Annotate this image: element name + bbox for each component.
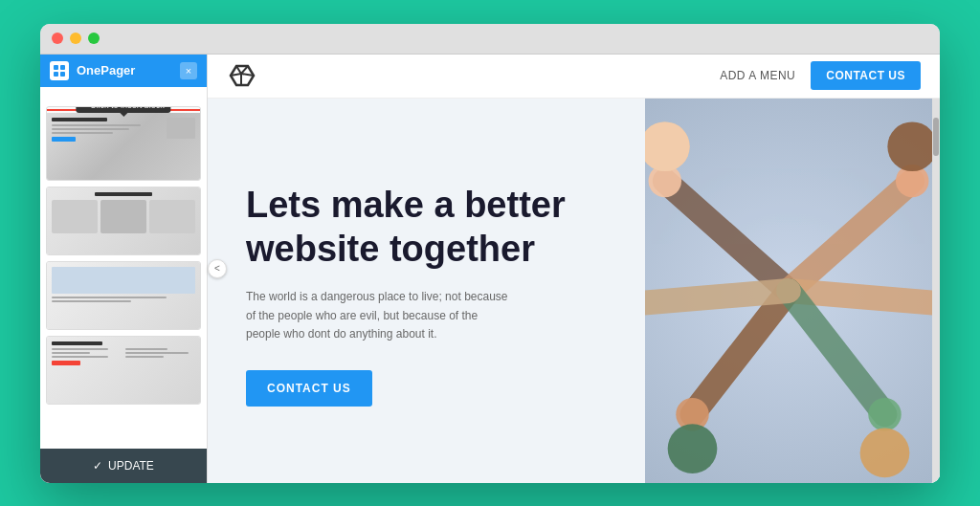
template-thumb-4[interactable] xyxy=(46,336,201,405)
template-preview-2 xyxy=(47,187,200,254)
hero-image xyxy=(645,99,932,483)
browser-window: OnePager × + Click to insert block xyxy=(40,24,940,483)
template-preview-1 xyxy=(47,113,200,180)
hero-description: The world is a dangerous place to live; … xyxy=(246,288,514,343)
svg-rect-2 xyxy=(54,72,58,77)
template-thumb-2[interactable] xyxy=(46,187,201,255)
template-thumb-1[interactable]: + Click to insert block xyxy=(46,106,201,181)
hero-image-area xyxy=(645,99,932,483)
navbar-contact-button[interactable]: CONTACT US xyxy=(811,61,921,90)
browser-body: OnePager × + Click to insert block xyxy=(40,55,940,483)
close-traffic-light[interactable] xyxy=(52,33,63,44)
hero-left: Lets make a better website together The … xyxy=(208,99,645,483)
template-preview-3 xyxy=(47,262,200,329)
browser-titlebar xyxy=(40,24,940,55)
svg-point-23 xyxy=(860,428,910,477)
svg-point-22 xyxy=(668,424,718,473)
sidebar-header: OnePager × xyxy=(40,55,207,87)
template-preview-4 xyxy=(47,337,200,404)
svg-rect-0 xyxy=(54,65,58,70)
minimize-traffic-light[interactable] xyxy=(70,33,81,44)
site-logo xyxy=(227,61,256,90)
insert-block-tooltip: + Click to insert block xyxy=(76,106,170,113)
nav-right: ADD A MENU CONTACT US xyxy=(720,61,921,90)
sidebar-update-bar[interactable]: ✓ UPDATE xyxy=(40,449,207,483)
maximize-traffic-light[interactable] xyxy=(88,33,100,44)
site-navbar: ADD A MENU CONTACT US xyxy=(208,55,940,99)
main-content: ADD A MENU CONTACT US Lets make a better… xyxy=(208,55,940,483)
collapse-arrow-icon: < xyxy=(214,263,220,274)
svg-line-11 xyxy=(645,291,789,304)
sidebar-title: OnePager xyxy=(77,63,135,77)
scrollbar-thumb xyxy=(933,118,939,156)
hero-contact-button[interactable]: CONTACT US xyxy=(246,370,372,407)
svg-point-16 xyxy=(868,397,901,429)
checkmark-icon: ✓ xyxy=(93,459,102,473)
add-menu-link[interactable]: ADD A MENU xyxy=(720,69,795,82)
svg-rect-1 xyxy=(60,65,65,70)
update-label: UPDATE xyxy=(108,459,154,473)
template-thumb-3[interactable] xyxy=(46,261,201,330)
sidebar-panel: OnePager × + Click to insert block xyxy=(40,55,208,483)
logo-icon xyxy=(227,61,256,90)
sidebar-close-button[interactable]: × xyxy=(180,62,197,79)
hero-title: Lets make a better website together xyxy=(246,184,607,271)
sidebar-content: + Click to insert block xyxy=(40,87,207,449)
sidebar-collapse-button[interactable]: < xyxy=(208,259,227,278)
sidebar-logo-icon xyxy=(50,61,69,80)
hero-section: Lets make a better website together The … xyxy=(208,99,940,483)
main-scrollbar[interactable] xyxy=(932,99,940,483)
svg-rect-3 xyxy=(60,72,65,77)
